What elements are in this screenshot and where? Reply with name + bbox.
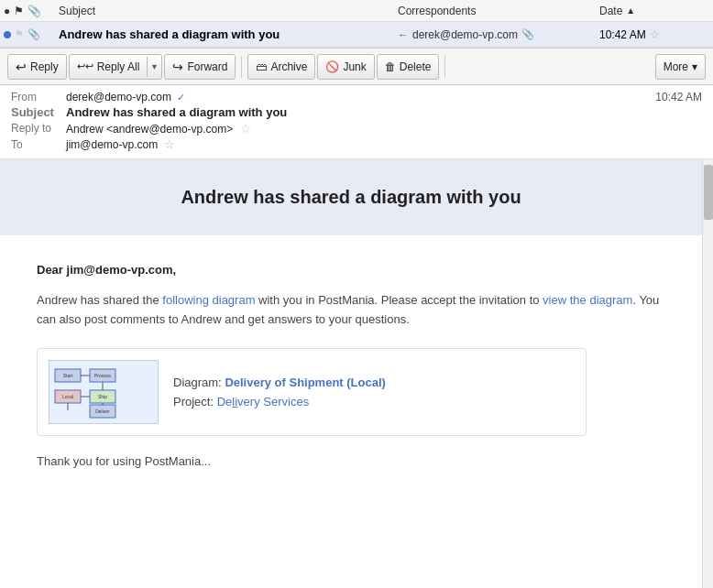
dot-col: ● — [4, 5, 10, 17]
diagram-project-row: Project: Delivery Services — [173, 395, 575, 408]
attach-col: 📎 — [27, 5, 41, 17]
reply-button[interactable]: ↩ Reply — [7, 54, 67, 80]
from-email: derek@demo-vp.com — [66, 91, 171, 103]
following-diagram-link[interactable]: following diagram — [162, 293, 255, 307]
sort-arrow-icon: ▲ — [626, 5, 635, 16]
to-label: To — [11, 138, 66, 151]
toolbar-separator-1 — [241, 56, 242, 78]
svg-text:Ship: Ship — [98, 394, 107, 399]
to-value: jim@demo-vp.com ☆ — [66, 137, 702, 151]
row-flag: ⚑ — [15, 28, 24, 40]
diagram-title-row: Diagram: Delivery of Shipment (Local) — [173, 376, 575, 389]
archive-label: Archive — [270, 60, 307, 73]
email-banner-title: Andrew has shared a diagram with you — [18, 187, 684, 208]
diagram-card[interactable]: Start Process Ship Local Deliver — [37, 348, 587, 436]
reply-to-label: Reply to — [11, 122, 66, 135]
email-header: From derek@demo-vp.com ✓ 10:42 AM Subjec… — [0, 85, 713, 159]
row-attach: 📎 — [27, 28, 40, 40]
from-verified-icon: ✓ — [177, 92, 185, 103]
email-banner: Andrew has shared a diagram with you — [0, 159, 702, 235]
from-row: From derek@demo-vp.com ✓ 10:42 AM — [11, 91, 702, 103]
row-star-icon[interactable] — [650, 28, 660, 41]
svg-text:Deliver: Deliver — [95, 408, 110, 414]
diagram-thumbnail: Start Process Ship Local Deliver — [49, 360, 159, 424]
reply-all-label: Reply All — [97, 60, 140, 73]
forward-label: Forward — [187, 60, 227, 73]
email-list-header: ● ⚑ 📎 Subject Correspondents Date ▲ — [0, 0, 713, 22]
project-name-rest: very Services — [237, 395, 309, 408]
view-diagram-link[interactable]: view the diagram — [543, 293, 632, 307]
reply-label: Reply — [30, 60, 59, 73]
diagram-info: Diagram: Delivery of Shipment (Local) Pr… — [173, 376, 575, 408]
svg-text:Process: Process — [94, 373, 112, 378]
reply-to-row: Reply to Andrew <andrew@demo-vp.com> ☆ — [11, 121, 702, 136]
reply-all-main[interactable]: ↩↩ Reply All — [70, 57, 148, 77]
email-list: ● ⚑ 📎 Subject Correspondents Date ▲ ⚑ 📎 … — [0, 0, 713, 49]
from-label: From — [11, 91, 66, 103]
email-greeting: Dear jim@demo-vp.com, — [37, 263, 665, 277]
flag-col: ⚑ — [14, 5, 24, 17]
toolbar: ↩ Reply ↩↩ Reply All ▾ ↪ Forward 🗃 Archi… — [0, 49, 713, 85]
from-value: derek@demo-vp.com ✓ — [66, 91, 655, 103]
delete-button[interactable]: 🗑 Delete — [377, 54, 440, 80]
to-row: To jim@demo-vp.com ☆ — [11, 137, 702, 151]
email-time: 10:42 AM — [655, 91, 702, 103]
email-row[interactable]: ⚑ 📎 Andrew has shared a diagram with you… — [0, 22, 713, 48]
delete-label: Delete — [400, 60, 432, 73]
row-check: ⚑ 📎 — [4, 28, 59, 40]
toolbar-separator-2 — [444, 56, 445, 78]
svg-text:Start: Start — [63, 373, 73, 378]
reply-arrow-icon: ← — [398, 28, 409, 41]
reply-to-star-icon[interactable]: ☆ — [240, 121, 252, 136]
date-header-label: Date — [599, 5, 622, 17]
junk-label: Junk — [343, 60, 366, 73]
col-check-header: ● ⚑ 📎 — [4, 5, 59, 17]
email-paragraph: Andrew has shared the following diagram … — [37, 291, 665, 330]
email-body-scroll[interactable]: Andrew has shared a diagram with you Dea… — [0, 159, 702, 588]
correspondents-header: Correspondents — [398, 5, 599, 17]
reply-icon: ↩ — [16, 60, 27, 74]
scrollbar-thumb[interactable] — [704, 165, 713, 220]
scrollbar[interactable] — [702, 159, 713, 588]
reply-all-split-button[interactable]: ↩↩ Reply All ▾ — [69, 54, 163, 80]
reply-to-value: Andrew <andrew@demo-vp.com> ☆ — [66, 121, 702, 136]
subject-header: Subject — [59, 5, 398, 17]
subject-value: Andrew has shared a diagram with you — [66, 105, 702, 119]
diagram-name-link[interactable]: Delivery of Shipment (Local) — [225, 376, 386, 389]
email-body-wrapper: Andrew has shared a diagram with you Dea… — [0, 159, 713, 588]
project-name-link[interactable]: Delivery Services — [217, 395, 309, 408]
delete-icon: 🗑 — [385, 60, 396, 73]
forward-button[interactable]: ↪ Forward — [164, 54, 236, 80]
row-correspondent-value: derek@demo-vp.com — [412, 28, 518, 41]
junk-icon: 🚫 — [325, 60, 339, 73]
more-label: More — [664, 60, 688, 73]
date-header: Date ▲ — [599, 5, 709, 17]
row-date-value: 10:42 AM — [599, 28, 646, 41]
row-correspondent: ← derek@demo-vp.com 📎 — [398, 28, 599, 41]
reply-all-dropdown[interactable]: ▾ — [148, 58, 161, 75]
project-label: Project: — [173, 395, 214, 408]
subject-row: Subject Andrew has shared a diagram with… — [11, 105, 702, 119]
unread-dot — [4, 31, 11, 38]
svg-text:Local: Local — [62, 394, 73, 399]
more-button[interactable]: More ▾ — [655, 54, 706, 80]
email-footer: Thank you for using PostMania... — [37, 454, 665, 468]
archive-button[interactable]: 🗃 Archive — [247, 54, 315, 80]
subject-label: Subject — [11, 105, 66, 119]
diagram-label: Diagram: — [173, 376, 222, 389]
attachment-icon: 📎 — [521, 28, 534, 40]
forward-icon: ↪ — [172, 60, 183, 74]
archive-icon: 🗃 — [256, 60, 267, 73]
junk-button[interactable]: 🚫 Junk — [317, 54, 374, 80]
diagram-svg: Start Process Ship Local Deliver — [53, 365, 154, 419]
more-dropdown-icon: ▾ — [692, 60, 697, 73]
project-name-text: De — [217, 395, 233, 408]
row-date: 10:42 AM — [599, 28, 709, 41]
reply-all-icon: ↩↩ — [77, 60, 93, 72]
email-content: Dear jim@demo-vp.com, Andrew has shared … — [0, 245, 702, 486]
to-star-icon[interactable]: ☆ — [164, 137, 175, 151]
row-subject: Andrew has shared a diagram with you — [59, 27, 398, 41]
